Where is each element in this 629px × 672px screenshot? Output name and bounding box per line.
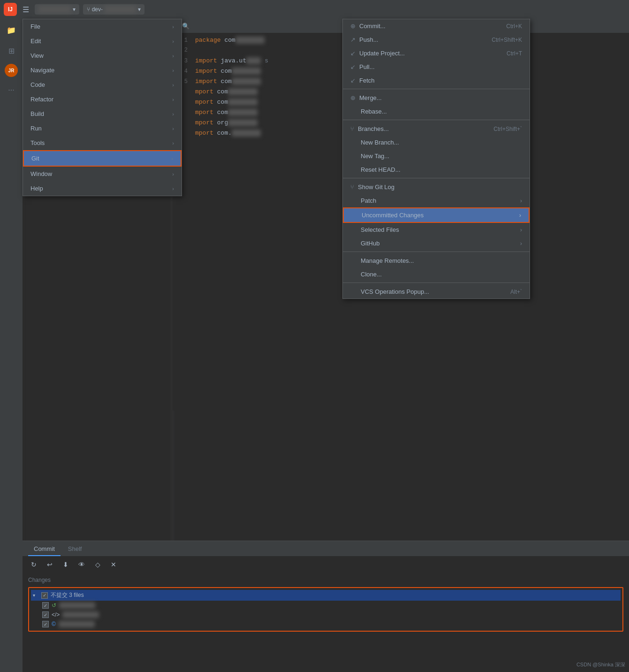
git-menu-branches[interactable]: ⑂ Branches... Ctrl+Shift+` [343, 122, 530, 136]
menu-item-navigate[interactable]: Navigate › [23, 63, 182, 77]
vcs-popup-shortcut: Alt+` [510, 289, 522, 295]
sidebar-icon-folder[interactable]: 📁 [4, 23, 19, 38]
watermark: CSDN @Shinka 深深 [576, 661, 625, 668]
uncommitted-arrow-icon: › [519, 212, 521, 219]
git-menu-fetch[interactable]: ↙ Fetch [343, 74, 530, 89]
menu-item-help[interactable]: Help › [23, 181, 182, 196]
git-menu-patch[interactable]: Patch › [343, 194, 530, 207]
arrow-icon: › [172, 68, 174, 73]
changes-tree: ▾ ✓ 不提交 3 files ✓ ↺ filename1.java ✓ </> [28, 587, 623, 632]
tab-shelf[interactable]: Shelf [62, 542, 88, 556]
sidebar-icon-jr[interactable]: JR [5, 64, 18, 77]
selected-files-arrow-icon: › [520, 226, 522, 233]
arrow-icon: › [172, 82, 174, 88]
tree-child-2-checkbox[interactable]: ✓ [42, 611, 49, 618]
git-submenu: ⊕ Commit... Ctrl+K ↗ Push... Ctrl+Shift+… [342, 19, 530, 299]
bottom-tabs: Commit Shelf [23, 541, 629, 556]
git-menu-new-tag[interactable]: New Tag... [343, 149, 530, 163]
arrow-icon: › [172, 111, 174, 117]
tree-child-1[interactable]: ✓ ↺ filename1.java [31, 601, 621, 610]
search-icon[interactable]: 🔍 [182, 23, 189, 30]
rollback-button[interactable]: ↩ [44, 559, 55, 570]
download-button[interactable]: ⬇ [60, 559, 71, 570]
bottom-panel: Commit Shelf ↻ ↩ ⬇ 👁 ◇ ✕ Changes ▾ ✓ 不提交… [23, 541, 629, 672]
tree-child-1-name: filename1.java [59, 602, 95, 609]
menu-item-run[interactable]: Run › [23, 121, 182, 136]
arrow-icon: › [172, 126, 174, 131]
project-dropdown-icon: ▾ [73, 6, 76, 13]
arrow-icon: › [172, 97, 174, 102]
git-menu-manage-remotes[interactable]: Manage Remotes... [343, 254, 530, 267]
update-shortcut: Ctrl+T [507, 50, 522, 57]
git-menu-new-branch[interactable]: New Branch... [343, 136, 530, 149]
file-refresh-icon: ↺ [52, 602, 56, 609]
git-menu-commit[interactable]: ⊕ Commit... Ctrl+K [343, 19, 530, 33]
git-menu-pull[interactable]: ↙ Pull... [343, 60, 530, 74]
menu-item-view[interactable]: View › [23, 48, 182, 63]
git-menu-show-git-log[interactable]: ⑂ Show Git Log [343, 180, 530, 194]
patch-arrow-icon: › [520, 197, 522, 204]
branch-name-blurred: branchname [105, 6, 136, 13]
github-arrow-icon: › [520, 240, 522, 247]
arrow-icon: › [171, 156, 173, 161]
arrow-icon: › [172, 38, 174, 44]
git-menu-merge[interactable]: ⊕ Merge... [343, 91, 530, 105]
git-menu-selected-files[interactable]: Selected Files › [343, 223, 530, 237]
file-class-icon: © [52, 621, 56, 627]
menu-item-git[interactable]: Git › [23, 150, 182, 167]
branch-prefix: ⑂ dev- [87, 6, 103, 13]
menu-item-file[interactable]: File › [23, 19, 182, 34]
arrow-icon: › [172, 24, 174, 30]
sidebar-icon-grid[interactable]: ⊞ [4, 43, 19, 58]
menu-item-code[interactable]: Code › [23, 77, 182, 92]
branches-shortcut: Ctrl+Shift+` [493, 126, 522, 132]
tree-root-checkbox[interactable]: ✓ [41, 592, 48, 599]
file-code-icon: </> [52, 611, 60, 618]
tree-child-3-checkbox[interactable]: ✓ [42, 621, 49, 627]
tree-child-1-checkbox[interactable]: ✓ [42, 602, 49, 609]
diamond-button[interactable]: ◇ [92, 559, 103, 570]
branches-icon: ⑂ [350, 125, 354, 132]
tree-root-label: 不提交 3 files [51, 591, 84, 599]
git-menu-reset-head[interactable]: Reset HEAD... [343, 163, 530, 178]
bottom-toolbar: ↻ ↩ ⬇ 👁 ◇ ✕ [23, 556, 629, 573]
sidebar-icon-dots[interactable]: ··· [4, 83, 19, 98]
commit-shortcut: Ctrl+K [506, 23, 522, 30]
main-menu: File › Edit › View › Navigate › Code › R… [23, 19, 182, 196]
changes-title: Changes [28, 575, 623, 585]
commit-icon: ⊕ [350, 23, 356, 30]
app-logo: IJ [4, 3, 17, 16]
git-menu-uncommitted[interactable]: Uncommitted Changes › [343, 207, 530, 223]
push-icon: ↗ [350, 36, 356, 43]
menu-item-tools[interactable]: Tools › [23, 136, 182, 150]
update-icon: ↙ [350, 50, 356, 57]
git-menu-push[interactable]: ↗ Push... Ctrl+Shift+K [343, 33, 530, 46]
project-selector[interactable]: ProjectName ▾ [35, 4, 79, 15]
tree-child-3[interactable]: ✓ © filename3.java [31, 619, 621, 629]
eye-button[interactable]: 👁 [76, 559, 87, 570]
menu-item-build[interactable]: Build › [23, 107, 182, 121]
git-menu-github[interactable]: GitHub › [343, 237, 530, 252]
git-menu-vcs-popup[interactable]: VCS Operations Popup... Alt+` [343, 285, 530, 298]
fetch-icon: ↙ [350, 77, 356, 84]
close-button[interactable]: ✕ [108, 559, 119, 570]
tree-expand-icon: ▾ [33, 593, 38, 598]
tab-commit[interactable]: Commit [28, 542, 61, 556]
menu-item-window[interactable]: Window › [23, 167, 182, 181]
branch-selector[interactable]: ⑂ dev- branchname ▾ [83, 4, 144, 15]
refresh-button[interactable]: ↻ [28, 559, 39, 570]
git-menu-update[interactable]: ↙ Update Project... Ctrl+T [343, 46, 530, 60]
hamburger-button[interactable]: ☰ [21, 3, 31, 16]
push-shortcut: Ctrl+Shift+K [492, 37, 522, 43]
tree-child-3-name: filename3.java [59, 621, 95, 627]
tree-child-2[interactable]: ✓ </> filename2.java [31, 610, 621, 619]
git-log-icon: ⑂ [350, 183, 354, 191]
tree-root-item[interactable]: ▾ ✓ 不提交 3 files [31, 590, 621, 601]
menu-item-refactor[interactable]: Refactor › [23, 92, 182, 107]
arrow-icon: › [172, 186, 174, 191]
git-menu-clone[interactable]: Clone... [343, 267, 530, 283]
menu-item-edit[interactable]: Edit › [23, 34, 182, 48]
pull-icon: ↙ [350, 63, 356, 70]
branch-dropdown-icon: ▾ [138, 6, 141, 13]
git-menu-rebase[interactable]: Rebase... [343, 105, 530, 120]
